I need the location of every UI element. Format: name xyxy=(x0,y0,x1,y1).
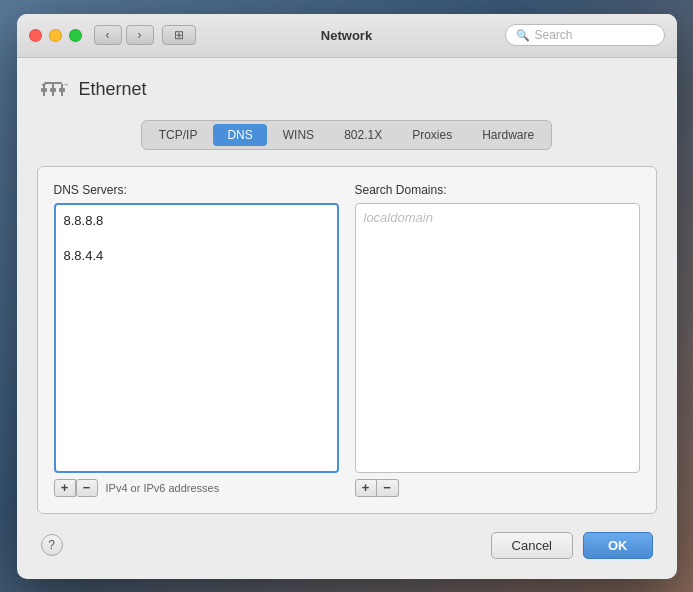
action-buttons: Cancel OK xyxy=(491,532,653,559)
dns-add-button[interactable]: + xyxy=(54,479,76,497)
close-button[interactable] xyxy=(29,29,42,42)
dns-remove-button[interactable]: − xyxy=(76,479,98,497)
network-window: ‹ › ⊞ Network 🔍 xyxy=(17,14,677,579)
titlebar: ‹ › ⊞ Network 🔍 xyxy=(17,14,677,58)
dns-servers-controls: + − IPv4 or IPv6 addresses xyxy=(54,479,339,497)
minimize-button[interactable] xyxy=(49,29,62,42)
search-domains-list[interactable]: localdomain xyxy=(355,203,640,473)
help-button[interactable]: ? xyxy=(41,534,63,556)
svg-rect-8 xyxy=(61,92,63,96)
grid-button[interactable]: ⊞ xyxy=(162,25,196,45)
ok-button[interactable]: OK xyxy=(583,532,653,559)
cancel-button[interactable]: Cancel xyxy=(491,532,573,559)
search-input[interactable] xyxy=(535,28,654,42)
search-domains-placeholder: localdomain xyxy=(364,210,433,225)
search-domains-controls: + − xyxy=(355,479,640,497)
search-domains-label: Search Domains: xyxy=(355,183,640,197)
back-button[interactable]: ‹ xyxy=(94,25,122,45)
columns: DNS Servers: 8.8.8.8 8.8.4.4 + − IPv4 or… xyxy=(54,183,640,497)
svg-rect-6 xyxy=(43,92,45,96)
window-title: Network xyxy=(321,28,372,43)
tab-8021x[interactable]: 802.1X xyxy=(330,124,396,146)
svg-rect-7 xyxy=(52,92,54,96)
traffic-lights xyxy=(29,29,82,42)
search-box: 🔍 xyxy=(505,24,665,46)
ethernet-icon: ← → xyxy=(37,74,69,106)
search-icon: 🔍 xyxy=(516,29,530,42)
dns-entry-2: 8.8.4.4 xyxy=(64,246,329,267)
search-domains-column: Search Domains: localdomain + − xyxy=(355,183,640,497)
tab-proxies[interactable]: Proxies xyxy=(398,124,466,146)
nav-buttons: ‹ › xyxy=(94,25,154,45)
svg-rect-4 xyxy=(52,84,54,88)
content-area: ← → Ethernet TCP/IP DNS WINS 802.1X Prox… xyxy=(17,58,677,579)
address-hint: IPv4 or IPv6 addresses xyxy=(106,482,220,494)
tab-hardware[interactable]: Hardware xyxy=(468,124,548,146)
dns-servers-list[interactable]: 8.8.8.8 8.8.4.4 xyxy=(54,203,339,473)
domains-add-button[interactable]: + xyxy=(355,479,377,497)
section-title: Ethernet xyxy=(79,79,147,100)
tabs: TCP/IP DNS WINS 802.1X Proxies Hardware xyxy=(141,120,552,150)
section-header: ← → Ethernet xyxy=(37,74,657,106)
tab-wins[interactable]: WINS xyxy=(269,124,328,146)
tab-tcpip[interactable]: TCP/IP xyxy=(145,124,212,146)
maximize-button[interactable] xyxy=(69,29,82,42)
svg-rect-1 xyxy=(50,88,56,92)
forward-button[interactable]: › xyxy=(126,25,154,45)
domains-remove-button[interactable]: − xyxy=(377,479,399,497)
dns-servers-label: DNS Servers: xyxy=(54,183,339,197)
svg-text:→: → xyxy=(61,80,69,89)
dns-entry-1: 8.8.8.8 xyxy=(64,211,329,232)
main-panel: DNS Servers: 8.8.8.8 8.8.4.4 + − IPv4 or… xyxy=(37,166,657,514)
dns-servers-column: DNS Servers: 8.8.8.8 8.8.4.4 + − IPv4 or… xyxy=(54,183,339,497)
svg-text:←: ← xyxy=(40,80,48,89)
tab-dns[interactable]: DNS xyxy=(213,124,266,146)
bottom-bar: ? Cancel OK xyxy=(37,532,657,559)
